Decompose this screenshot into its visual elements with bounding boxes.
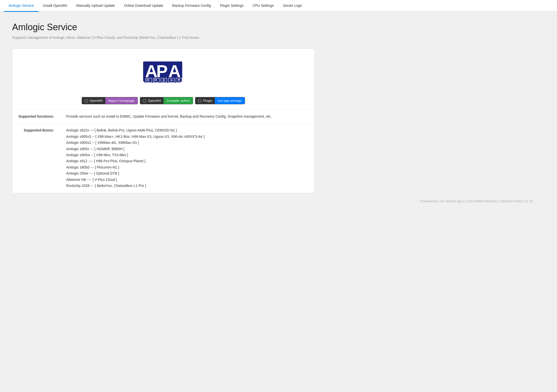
svg-rect-8	[147, 80, 148, 81]
supported-boxes-label: Supported Boxes:	[12, 123, 60, 193]
box-item-9: Rockchip 3328 --- [ BeikeYun, Chainedbox…	[66, 183, 308, 188]
btn-group-plugin: ◯ Plugin luci-app-amlogic	[195, 97, 245, 104]
nav-item-install-openwrt[interactable]: Install OpenWrt	[38, 0, 72, 12]
svg-rect-7	[148, 79, 149, 80]
nav-item-plugin-settings[interactable]: Plugin Settings	[215, 0, 248, 12]
nav-item-online-download[interactable]: Online Download Update	[119, 0, 168, 12]
navigation: Amlogic Service Install OpenWrt Manually…	[0, 0, 557, 12]
nav-item-amlogic-service[interactable]: Amlogic Service	[4, 0, 38, 12]
box-item-2: Amlogic s905x2 -- [ X96Max-4G, X96Max-2G…	[66, 140, 308, 145]
box-item-6: Amlogic s905d --- [ Phicomm-N1 ]	[66, 165, 308, 170]
github-icon-3: ◯	[198, 99, 202, 103]
svg-rect-9	[148, 80, 149, 81]
nav-item-cpu-settings[interactable]: CPU Settings	[248, 0, 278, 12]
github-plugin-label: Plugin	[203, 99, 212, 103]
box-item-4: Amlogic s905w -- [ X96-Mini, TX3-Mini ]	[66, 152, 308, 158]
box-item-0: Amlogic s922x --- [ Belink, Belink-Pro, …	[66, 127, 308, 133]
svg-rect-11	[154, 79, 155, 80]
page-content: Amlogic Service Supports management of A…	[0, 12, 557, 219]
nav-item-server-logs[interactable]: Server Logs	[278, 0, 306, 12]
box-item-5: Amlogic s912 ---- [ H96-Pro-Plus, Octopu…	[66, 158, 308, 164]
main-card: A P A	[12, 49, 315, 193]
box-item-7: Amlogic Other --- [ Optional DTB ]	[66, 171, 308, 176]
svg-point-17	[164, 80, 164, 81]
nav-item-manually-upload[interactable]: Manually Upload Update	[72, 0, 119, 12]
footer-text: Powered by LuCI Master (git-21.329.83689…	[420, 199, 533, 203]
svg-rect-12	[156, 79, 157, 80]
box-item-3: Amlogic s905x --- [ HG680P, B860H ]	[66, 146, 308, 152]
apa-logo: A P A	[143, 59, 183, 84]
page-subtitle: Supports management of Amlogic s9xxx, Al…	[12, 36, 545, 40]
box-item-8: Allwinner H6 ---- [ V-Plus Cloud ]	[66, 177, 308, 182]
supported-functions-value: Provide services such as install to EMMC…	[60, 110, 314, 123]
nav-item-backup-firmware[interactable]: Backup Firmware Config	[168, 0, 215, 12]
info-table: Supported functions: Provide services su…	[12, 110, 314, 193]
svg-rect-13	[154, 80, 155, 81]
github-plugin-btn[interactable]: ◯ Plugin	[195, 97, 215, 104]
flippy-homepage-btn[interactable]: flippy's homepage	[105, 97, 138, 104]
supported-functions-label: Supported functions:	[12, 110, 60, 123]
github-openwrt-flippy-btn[interactable]: ◯ OpenWrt	[82, 97, 105, 104]
supported-functions-row: Supported functions: Provide services su…	[12, 110, 314, 123]
github-openwrt-compiler-btn[interactable]: ◯ OpenWrt	[140, 97, 164, 104]
btn-group-compiler: ◯ OpenWrt Compiler author	[140, 97, 193, 104]
github-icon-2: ◯	[143, 99, 146, 103]
supported-boxes-row: Supported Boxes: Amlogic s922x --- [ Bel…	[12, 123, 314, 193]
box-item-1: Amlogic s905x3 -- [ X96-Max+, HK1-Box, H…	[66, 134, 308, 139]
github-icon-1: ◯	[84, 99, 88, 103]
buttons-section: ◯ OpenWrt flippy's homepage ◯ OpenWrt Co…	[12, 92, 314, 110]
svg-rect-14	[156, 80, 157, 81]
github-openwrt-label-2: OpenWrt	[148, 99, 161, 103]
supported-boxes-list: Amlogic s922x --- [ Belink, Belink-Pro, …	[60, 123, 314, 193]
footer: Powered by LuCI Master (git-21.329.83689…	[12, 193, 545, 209]
compiler-author-btn[interactable]: Compiler author	[164, 97, 193, 104]
svg-rect-6	[147, 79, 148, 80]
page-title: Amlogic Service	[12, 22, 545, 32]
logo-container: A P A	[143, 59, 183, 84]
logo-section: A P A	[12, 49, 314, 92]
github-openwrt-label-1: OpenWrt	[90, 99, 103, 103]
btn-group-flippy: ◯ OpenWrt flippy's homepage	[82, 97, 138, 104]
luci-app-amlogic-btn[interactable]: luci-app-amlogic	[215, 97, 245, 104]
